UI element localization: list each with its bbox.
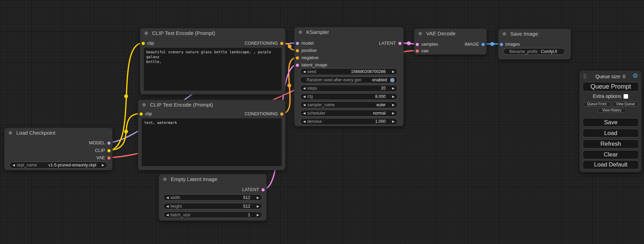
prompt-textarea[interactable]: text, watermark	[142, 118, 282, 166]
conditioning-output-dot[interactable]	[280, 112, 283, 116]
refresh-button[interactable]: Refresh	[583, 139, 639, 148]
node-title[interactable]: KSampler	[294, 27, 403, 37]
settings-gear-icon[interactable]: ⚙	[633, 72, 638, 80]
load-button[interactable]: Load	[583, 129, 639, 137]
input-clip: clip	[142, 41, 154, 46]
node-empty-latent-image[interactable]: Empty Latent Image LATENT ◀ width 512 ▶ …	[159, 174, 267, 221]
input-clip: clip	[140, 111, 152, 116]
input-model: model	[296, 41, 314, 46]
collapse-dot-icon[interactable]	[9, 131, 12, 135]
decrement-arrow-icon[interactable]: ◀	[166, 195, 169, 201]
increment-arrow-icon[interactable]: ▶	[257, 203, 259, 209]
queue-size-label: Queue size: 0	[580, 73, 641, 80]
collapse-dot-icon[interactable]	[418, 32, 422, 35]
toggle-icon[interactable]	[390, 78, 395, 82]
load-default-button[interactable]: Load Default	[583, 160, 639, 169]
cfg-widget[interactable]: ◀ cfg 8.000 ▶	[300, 93, 398, 100]
decrement-arrow-icon[interactable]: ◀	[12, 162, 15, 168]
node-load-checkpoint[interactable]: Load Checkpoint MODEL CLIP VAE ◀ ckpt_na…	[4, 128, 113, 170]
input-negative: negative	[296, 55, 318, 60]
node-title[interactable]: VAE Decode	[414, 29, 486, 38]
latent-output-dot[interactable]	[262, 188, 265, 191]
vae-input-dot[interactable]	[416, 49, 419, 53]
steps-widget[interactable]: ◀ steps 20 ▶	[300, 85, 398, 92]
input-samples: samples	[416, 42, 438, 47]
scheduler-widget[interactable]: ◀ scheduler normal ▶	[300, 110, 398, 117]
link-dot	[491, 42, 494, 46]
image-output-dot[interactable]	[482, 43, 485, 46]
seed-widget[interactable]: ◀ seed 156680208700286 ▶	[300, 68, 398, 75]
prompt-textarea[interactable]: beautiful scenery nature glass bottle la…	[144, 48, 282, 91]
vae-output-dot[interactable]	[107, 156, 111, 160]
collapse-dot-icon[interactable]	[503, 32, 506, 36]
node-ksampler[interactable]: KSampler model positive negative latent_…	[294, 27, 404, 126]
samples-input-dot[interactable]	[416, 43, 419, 46]
link-dot	[288, 45, 292, 48]
node-clip-text-encode-positive[interactable]: CLIP Text Encode (Prompt) clip CONDITION…	[140, 28, 285, 94]
decrement-arrow-icon[interactable]: ◀	[303, 110, 306, 116]
filename-prefix-widget[interactable]: filename_prefix ComfyUI	[503, 48, 565, 55]
decrement-arrow-icon[interactable]: ◀	[303, 85, 306, 91]
latent-input-dot[interactable]	[296, 64, 299, 67]
images-input-dot[interactable]	[500, 43, 503, 46]
latent-output-dot[interactable]	[398, 42, 402, 45]
link-dot	[407, 42, 411, 45]
denoise-widget[interactable]: ◀ denoise 1.000 ▶	[300, 118, 398, 125]
collapse-dot-icon[interactable]	[144, 31, 148, 35]
node-title[interactable]: CLIP Text Encode (Prompt)	[140, 28, 285, 38]
clip-output-dot[interactable]	[107, 149, 111, 152]
clear-button[interactable]: Clear	[583, 150, 639, 159]
extra-options-label: Extra options	[593, 93, 621, 99]
collapse-dot-icon[interactable]	[142, 103, 146, 107]
output-latent: LATENT	[379, 41, 402, 46]
positive-input-dot[interactable]	[296, 49, 299, 52]
increment-arrow-icon[interactable]: ▶	[392, 110, 395, 116]
increment-arrow-icon[interactable]: ▶	[257, 195, 259, 201]
decrement-arrow-icon[interactable]: ◀	[166, 212, 169, 218]
decrement-arrow-icon[interactable]: ◀	[303, 102, 306, 108]
sampler-name-widget[interactable]: ◀ sampler_name euler ▶	[300, 101, 398, 108]
node-vae-decode[interactable]: VAE Decode samples vae IMAGE	[414, 28, 487, 55]
width-widget[interactable]: ◀ width 512 ▶	[163, 194, 262, 201]
increment-arrow-icon[interactable]: ▶	[392, 85, 395, 91]
increment-arrow-icon[interactable]: ▶	[102, 162, 104, 168]
node-clip-text-encode-negative[interactable]: CLIP Text Encode (Prompt) clip CONDITION…	[138, 100, 285, 170]
model-output-dot[interactable]	[107, 142, 111, 145]
link-dot	[288, 84, 291, 88]
decrement-arrow-icon[interactable]: ◀	[303, 118, 306, 125]
output-latent: LATENT	[242, 187, 265, 192]
increment-arrow-icon[interactable]: ▶	[392, 118, 395, 125]
negative-input-dot[interactable]	[296, 56, 299, 60]
decrement-arrow-icon[interactable]: ◀	[303, 69, 306, 75]
clip-input-dot[interactable]	[140, 112, 143, 116]
node-title[interactable]: CLIP Text Encode (Prompt)	[138, 100, 285, 110]
increment-arrow-icon[interactable]: ▶	[257, 212, 259, 218]
node-title[interactable]: Empty Latent Image	[159, 174, 266, 184]
node-graph-canvas[interactable]: Load Checkpoint MODEL CLIP VAE ◀ ckpt_na…	[0, 0, 644, 244]
queue-prompt-button[interactable]: Queue Prompt	[583, 82, 639, 91]
height-widget[interactable]: ◀ height 512 ▶	[163, 203, 262, 209]
decrement-arrow-icon[interactable]: ◀	[303, 93, 306, 100]
decrement-arrow-icon[interactable]: ◀	[166, 203, 169, 209]
conditioning-output-dot[interactable]	[280, 42, 283, 45]
collapse-dot-icon[interactable]	[299, 30, 302, 34]
model-input-dot[interactable]	[296, 42, 299, 45]
increment-arrow-icon[interactable]: ▶	[392, 93, 395, 100]
view-history-button[interactable]: View History	[597, 108, 626, 113]
input-latent-image: latent_image	[296, 63, 327, 67]
link-dot	[124, 130, 128, 134]
increment-arrow-icon[interactable]: ▶	[392, 102, 395, 108]
save-button[interactable]: Save	[583, 118, 639, 127]
random-seed-toggle-widget[interactable]: Random seed after every gen enabled	[300, 76, 398, 83]
node-save-image[interactable]: Save Image images filename_prefix ComfyU…	[498, 29, 571, 60]
collapse-dot-icon[interactable]	[163, 178, 167, 181]
increment-arrow-icon[interactable]: ▶	[392, 69, 395, 75]
clip-input-dot[interactable]	[142, 42, 145, 45]
ckpt-name-widget[interactable]: ◀ ckpt_name v1-5-pruned-emaonly.ckpt ▶	[9, 162, 107, 169]
node-title[interactable]: Load Checkpoint	[5, 128, 112, 138]
node-title[interactable]: Save Image	[499, 29, 571, 39]
batch-size-widget[interactable]: ◀ batch_size 1 ▶	[163, 211, 262, 218]
extra-options-checkbox[interactable]	[624, 94, 628, 99]
queue-front-button[interactable]: Queue Front	[583, 102, 611, 107]
view-queue-button[interactable]: View Queue	[612, 102, 639, 107]
